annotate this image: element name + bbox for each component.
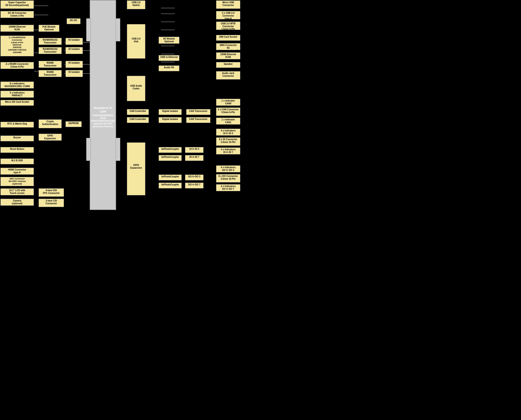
csi-conn-box: 2-lane CSIConnector <box>39 199 64 207</box>
rs485-conn-box: 2 x RS485 Connector 3.5mm 6-Pin <box>0 62 34 69</box>
reset-button-label: Reset Button <box>2 148 32 150</box>
usb-to-eth-box: USB to Ethernet <box>159 55 179 61</box>
can-conn-2x-box: 2 x CAN Connector 3.5mm 6-Pin <box>216 107 240 116</box>
rs485-232-conn-label: 2 x RS485/RS232Connector <box>2 36 32 41</box>
hdmi-box: HDMI Connector type-A <box>0 168 34 175</box>
audio-pa-box: Audio PA <box>159 66 179 71</box>
speaker-label: Speaker <box>217 63 239 66</box>
m2-ssd-box: M.2 B SSD <box>0 158 34 164</box>
sma-4g-box: SMA Connector 4G Antenna(optional) <box>216 43 240 50</box>
can-trans2-label: CAN Transceiver <box>188 118 209 121</box>
hdmi-label: HDMI Connector <box>2 168 32 171</box>
di-0-3-box: DI 0~DI 3 <box>185 147 203 153</box>
micro-sd-label: Micro SD Card Scoket <box>2 101 32 103</box>
m2-ssd-label: M.2 B SSD <box>2 159 32 162</box>
reset-button-box: Reset Button <box>0 147 34 153</box>
di-0-3-label: DI 0~DI 3 <box>186 148 202 150</box>
ind-do4-7-box: 4 x Indicators DO 4~DO 7 <box>216 184 240 191</box>
rs485-trans4-box: RS485Transceiver <box>39 70 62 77</box>
usb20-hub-box: USB 2.0Hub <box>127 24 145 59</box>
dcdc-box: DC-DC <box>67 18 80 24</box>
digital-iso1-label: Digital Isolator <box>160 110 180 112</box>
sim-card-box: SIM Card Socket <box>216 35 240 41</box>
ind-do0-3-box: 4 x Indicators DO 0~DO 3 <box>216 165 240 172</box>
cm4-label-box: Raspberry Pi CM4 1GB/2GB/4GB/8GB RAM8GB/… <box>90 106 116 128</box>
rs485-232-conn-box: 2 x RS485/RS232Connector 3.5mm 6-PinOpti… <box>0 36 34 56</box>
indicators-2x-sub: PWR/ACT <box>2 94 32 97</box>
hdmi-sub: type-A <box>2 171 32 174</box>
super-capacitor-sub: 60 Seconds(optional) <box>2 4 32 7</box>
super-capacitor-box: Super Capacitor 60 Seconds(optional) <box>0 0 34 9</box>
digital-iso2-box: Digital Isolator <box>159 117 182 123</box>
camera-sub: (optional) <box>2 202 32 205</box>
do-0-3-box: DO 0~DO 3 <box>185 175 203 180</box>
eth-100m-box: 100M Ethernet RJ45 <box>216 52 240 59</box>
cm4-door-right-bottom <box>116 138 120 161</box>
ind-can1-box: 1 x Indicator CAN1 <box>216 118 240 125</box>
do-conn-8x-box: 8 x DO Connector 3.5mm 10-Pin <box>216 174 240 182</box>
gpio-expansion-mid-box: GPIOExpansion <box>127 142 145 195</box>
micro-usb-conn-box: Micro USBConnector <box>216 0 240 9</box>
ind-can0-box: 1 x Indicator CAN0 <box>216 99 240 106</box>
can-ctrl1-label: CAN Controller <box>128 110 147 112</box>
cm4-door-right-top <box>116 18 120 41</box>
di-conn-8x-box: 8 x DI Connector 3.5mm 10-Pin <box>216 137 240 146</box>
dsi-fpc-box: 4-lane DSIFPC Connector <box>39 188 64 197</box>
usb20-conn-2x-box: 2 x USB 2.0Connector type-A <box>216 11 240 19</box>
di-4-7-label: DI 4~DI 7 <box>186 156 202 158</box>
lcd-box: 10.1" LCD with Touch screen <box>0 188 34 195</box>
sma-wifi-box: SMA Connector Wi-Fi/BT Antenna(optional) <box>0 177 34 186</box>
rtc-watchdog-box: RTC & Watch Dog <box>0 122 34 128</box>
buzzer-label: Buzzer <box>2 136 32 139</box>
poe-module-box: PoE Module Optional <box>39 25 59 32</box>
eth-1000m-box: 1000M Ethernet RJ45 <box>0 25 34 32</box>
indicators-2x-box: 2 x Indicators PWR/ACT <box>0 91 34 98</box>
can-ctrl2-label: CAN Controller <box>128 118 147 121</box>
rs485-conn-label: 2 x RS485 Connector <box>2 63 32 66</box>
rtc-watchdog-label: RTC & Watch Dog <box>2 122 32 125</box>
do-4-7-box: DO 4~DO 7 <box>185 183 203 188</box>
usb20-wtb-box: USB 2.0 WTBConnector 1.5mm 5-Pin <box>216 22 240 30</box>
do-4-7-label: DO 4~DO 7 <box>186 183 202 186</box>
di-4-7-box: DI 4~DI 7 <box>185 155 203 161</box>
eth-1000m-sub: RJ45 <box>2 28 32 31</box>
audio-pa-label: Audio PA <box>160 66 178 69</box>
photo1-box: 4xPhotoCoupler <box>159 147 182 153</box>
rs485-conn-sub: 3.5mm 6-Pin <box>2 66 32 68</box>
dc-in-sub: 3.5mm 2-Pin <box>2 15 32 17</box>
digital-iso2-label: Digital Isolator <box>160 118 180 121</box>
do-0-3-label: DO 0~DO 3 <box>186 175 202 178</box>
rs485-trans3-box: RS485Transceiver <box>39 61 62 68</box>
rs485-trans1-box: RS485/RS232Transceiver <box>39 38 62 45</box>
usb20-switch-box: USB 2.0Switch <box>127 0 145 9</box>
digital-iso1-box: Digital Isolator <box>159 109 182 115</box>
can-trans2-box: CAN Transceiver <box>186 117 210 123</box>
crypto-auth-box: CryptoAuthentication <box>39 120 62 128</box>
usb-to-eth-label: USB to Ethernet <box>160 56 178 59</box>
ind-di0-3-box: 4 x Indicators DI 0~DI 3 <box>216 129 240 135</box>
cm4-door-left-top <box>86 18 91 41</box>
io-iso4-box: IO Isolator <box>66 70 83 77</box>
camera-label: Camera <box>2 199 32 202</box>
dcdc-label: DC-DC <box>68 19 79 22</box>
sim-card-label: SIM Card Socket <box>217 36 239 38</box>
eth-1000m-label: 1000M Ethernet <box>2 25 32 28</box>
ind-di4-7-box: 4 x Indicators DI 4~DI 7 <box>216 148 240 154</box>
usb-audio-codec-box: USB AudioCodec <box>127 76 145 101</box>
buzzer-box: Buzzer <box>0 135 34 141</box>
eeprom-box: EEPROM <box>66 121 82 127</box>
can-ctrl1-box: CAN Controller <box>127 109 149 115</box>
micro-sd-box: Micro SD Card Scoket <box>0 100 34 106</box>
photo4-box: 4xPhotoCoupler <box>159 183 182 188</box>
indicators-6x-box: 6 x Indicators 4G/USER/COM1~COM4 <box>0 82 34 89</box>
photo2-box: 4xPhotoCoupler <box>159 155 182 161</box>
photo3-box: 4xPhotoCoupler <box>159 175 182 180</box>
cm4-door-left-bottom <box>86 138 91 161</box>
io-iso1-box: IO Isolator <box>66 38 83 45</box>
cm4-block <box>90 0 116 210</box>
can-trans1-label: CAN Transceiver <box>188 110 209 112</box>
dc-in-box: DC IN Connector 3.5mm 2-Pin <box>0 11 34 18</box>
dc-in-label: DC IN Connector <box>2 12 32 15</box>
indicators-6x-sub: 4G/USER/COM1~COM4 <box>2 85 32 88</box>
module-4g-box: 4G Module Optional <box>159 37 179 44</box>
